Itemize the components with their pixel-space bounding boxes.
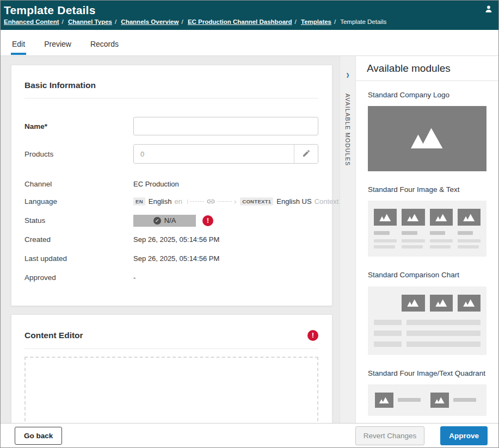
image-placeholder-icon	[430, 209, 453, 226]
module-preview	[368, 384, 486, 416]
available-modules-panel: Available modules Standard Company Logo …	[356, 56, 498, 423]
approved-row: Approved -	[24, 268, 318, 287]
collapse-panel-chevron-icon[interactable]: ›	[346, 69, 349, 80]
module-standard-four-image-text-quadrant[interactable]: Standard Four Image/Text Quadrant	[368, 369, 486, 416]
breadcrumb-link-templates[interactable]: Templates	[301, 18, 331, 25]
basic-information-title: Basic Information	[24, 80, 318, 90]
content-editor-title: Content Editor	[24, 331, 83, 340]
products-row: Products	[24, 144, 318, 164]
products-label: Products	[24, 150, 133, 158]
module-name: Standard Four Image/Text Quadrant	[368, 369, 486, 378]
name-row: Name*	[24, 117, 318, 135]
breadcrumb-link-ec-production-channel-dashboard[interactable]: EC Production Channel Dashboard	[188, 18, 292, 25]
content-editor-card: Content Editor !	[11, 314, 332, 423]
target-language-name: English US	[276, 197, 311, 206]
available-modules-title: Available modules	[367, 63, 488, 74]
main-content: Basic Information Name* Products	[1, 56, 340, 423]
source-language-code-badge: EN	[133, 197, 145, 206]
app-header: Template Details Enhanced Content/ Chann…	[1, 1, 498, 30]
revert-changes-button[interactable]: Revert Changes	[355, 426, 425, 445]
module-standard-company-logo[interactable]: Standard Company Logo	[368, 90, 486, 171]
footer-action-bar: Go back Revert Changes Approve	[1, 423, 498, 447]
breadcrumb-link-enhanced-content[interactable]: Enhanced Content	[4, 18, 59, 25]
channel-label: Channel	[24, 180, 133, 188]
content-editor-dropzone[interactable]	[24, 357, 318, 423]
basic-information-card: Basic Information Name* Products	[11, 65, 332, 306]
module-preview	[368, 287, 486, 355]
target-context-code-badge: CONTEXT1	[240, 197, 273, 206]
created-value: Sep 26, 2025, 05:14:56 PM	[133, 235, 219, 244]
products-input-group	[133, 144, 318, 164]
created-label: Created	[24, 235, 133, 244]
template-details-page: Template Details Enhanced Content/ Chann…	[0, 0, 499, 448]
channel-row: Channel EC Production	[24, 176, 318, 192]
approved-label: Approved	[24, 273, 133, 282]
status-row: Status ✔ N/A !	[24, 211, 318, 230]
breadcrumb-link-channels-overview[interactable]: Channels Overview	[121, 18, 178, 25]
breadcrumb-separator: /	[181, 18, 183, 25]
status-label: Status	[24, 216, 133, 225]
breadcrumb-separator: /	[334, 18, 336, 25]
module-preview	[368, 106, 486, 171]
approve-button[interactable]: Approve	[440, 426, 488, 445]
status-error-icon: !	[202, 215, 213, 226]
chevron-right-icon: ›	[234, 198, 236, 205]
check-circle-icon: ✔	[153, 217, 161, 225]
last-updated-row: Last updated Sep 26, 2025, 05:14:56 PM	[24, 249, 318, 268]
image-placeholder-icon	[430, 393, 449, 408]
image-placeholder-icon	[375, 393, 393, 408]
language-label: Language	[24, 197, 133, 206]
image-placeholder-icon	[408, 127, 447, 151]
go-back-button[interactable]: Go back	[15, 427, 62, 445]
name-input[interactable]	[133, 117, 318, 135]
products-edit-button[interactable]	[294, 145, 318, 163]
divider	[24, 98, 318, 98]
tab-records[interactable]: Records	[89, 33, 120, 55]
breadcrumb-separator: /	[62, 18, 64, 25]
breadcrumb-separator: /	[115, 18, 116, 25]
available-modules-vertical-label: AVAILABLE MODULES	[344, 94, 351, 166]
created-row: Created Sep 26, 2025, 05:14:56 PM	[24, 230, 318, 249]
source-language-name: English	[149, 197, 172, 206]
last-updated-value: Sep 26, 2025, 05:14:56 PM	[133, 254, 219, 263]
image-placeholder-icon	[458, 295, 480, 312]
products-input[interactable]	[134, 145, 294, 163]
language-link-connector: ›	[187, 197, 236, 206]
content-editor-error-icon: !	[307, 330, 318, 341]
divider	[24, 349, 318, 349]
module-standard-four-image-text[interactable]: Standard Four Image & Text	[368, 185, 486, 257]
name-label: Name*	[24, 122, 133, 130]
user-icon[interactable]	[483, 3, 494, 14]
target-context-name: Context1	[315, 197, 340, 206]
tab-preview[interactable]: Preview	[43, 33, 72, 55]
image-placeholder-icon	[402, 209, 424, 226]
modules-collapse-strip: › AVAILABLE MODULES	[340, 56, 356, 423]
module-standard-comparison-chart[interactable]: Standard Comparison Chart	[368, 270, 486, 354]
channel-value: EC Production	[133, 180, 179, 188]
image-placeholder-icon	[458, 209, 480, 226]
language-mapping: EN English en › CONTEXT1 Eng	[133, 197, 340, 206]
image-placeholder-icon	[402, 295, 424, 312]
tab-edit[interactable]: Edit	[11, 33, 26, 55]
status-value: N/A	[164, 216, 176, 225]
page-title: Template Details	[4, 3, 493, 17]
available-modules-header: Available modules	[356, 56, 498, 81]
module-name: Standard Company Logo	[368, 90, 486, 100]
status-badge: ✔ N/A	[133, 215, 196, 227]
last-updated-label: Last updated	[24, 254, 133, 263]
breadcrumb-current: Template Details	[340, 18, 386, 25]
language-row: Language EN English en ›	[24, 192, 318, 211]
source-language-locale: en	[174, 197, 182, 206]
available-modules-list: Standard Company Logo Standard Four Imag…	[356, 81, 498, 423]
image-placeholder-icon	[430, 295, 453, 312]
module-preview	[368, 201, 486, 257]
tab-bar: Edit Preview Records	[1, 30, 498, 56]
page-body: Basic Information Name* Products	[1, 56, 498, 423]
module-name: Standard Four Image & Text	[368, 185, 486, 195]
link-icon	[206, 197, 215, 206]
image-placeholder-icon	[374, 209, 397, 226]
breadcrumb-link-channel-types[interactable]: Channel Types	[68, 18, 112, 25]
approved-value: -	[133, 273, 135, 282]
module-name: Standard Comparison Chart	[368, 270, 486, 280]
pencil-icon	[302, 149, 311, 159]
